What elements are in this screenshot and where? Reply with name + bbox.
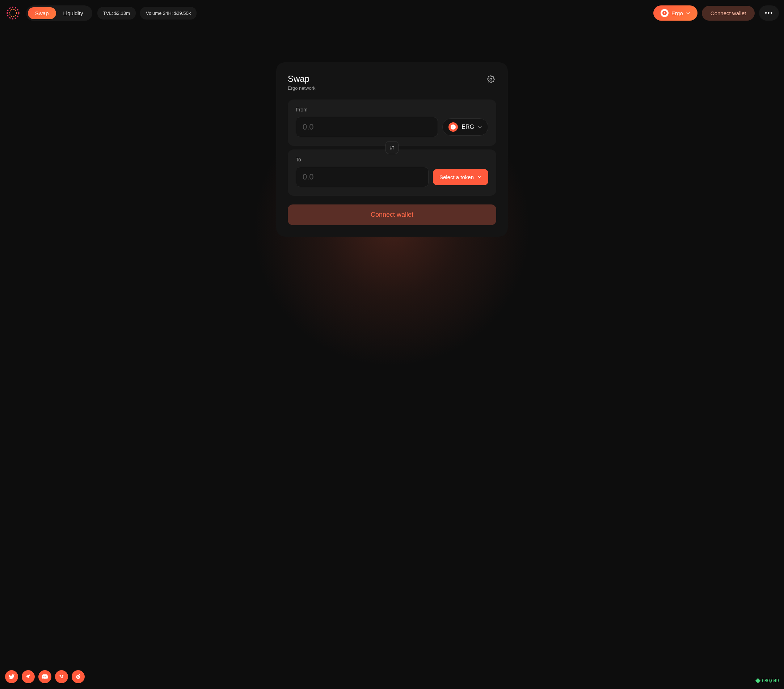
tvl-stat: TVL: $2.13m <box>97 7 136 20</box>
discord-link[interactable] <box>38 670 51 683</box>
twitter-icon <box>8 673 15 680</box>
svg-point-1 <box>10 10 16 16</box>
volume-stat: Volume 24H: $29.50k <box>140 7 196 20</box>
swap-card: Swap Ergo network From Σ ERG <box>276 62 508 237</box>
social-footer: M <box>5 670 85 683</box>
svg-point-9 <box>76 676 77 676</box>
svg-point-8 <box>80 676 80 676</box>
ergo-icon: Σ <box>660 9 669 17</box>
reddit-link[interactable] <box>72 670 85 683</box>
twitter-link[interactable] <box>5 670 18 683</box>
connect-wallet-header-button[interactable]: Connect wallet <box>702 6 755 21</box>
telegram-icon <box>25 673 31 680</box>
nav-tabs: Swap Liquidity <box>26 5 92 21</box>
svg-point-5 <box>76 675 80 679</box>
settings-button[interactable] <box>485 74 496 86</box>
from-amount-input[interactable] <box>296 117 438 137</box>
tab-swap[interactable]: Swap <box>28 7 56 19</box>
swap-direction-button[interactable] <box>385 141 399 154</box>
from-box: From Σ ERG <box>288 100 496 146</box>
svg-point-6 <box>77 676 78 677</box>
chevron-down-icon <box>686 11 690 15</box>
svg-text:M: M <box>59 674 63 679</box>
reddit-icon <box>75 673 81 680</box>
from-token-symbol: ERG <box>461 124 474 130</box>
from-token-selector[interactable]: Σ ERG <box>442 118 488 136</box>
discord-icon <box>42 673 48 680</box>
header: Swap Liquidity TVL: $2.13m Volume 24H: $… <box>0 0 784 26</box>
from-label: From <box>296 107 488 113</box>
block-number: 680,649 <box>762 678 779 683</box>
tab-liquidity[interactable]: Liquidity <box>56 7 91 19</box>
svg-point-7 <box>79 676 79 677</box>
dots-icon: ••• <box>765 10 773 16</box>
gear-icon <box>487 75 495 83</box>
stats-group: TVL: $2.13m Volume 24H: $29.50k <box>97 7 197 20</box>
chevron-down-icon <box>478 125 482 129</box>
block-status-icon <box>755 678 761 683</box>
svg-text:Σ: Σ <box>664 12 665 15</box>
to-amount-input[interactable] <box>296 167 428 187</box>
telegram-link[interactable] <box>22 670 35 683</box>
block-status[interactable]: 680,649 <box>756 678 779 683</box>
erg-token-icon: Σ <box>448 122 458 132</box>
swap-arrows-icon <box>389 145 395 151</box>
select-token-button[interactable]: Select a token <box>433 169 488 185</box>
swap-title: Swap <box>288 74 316 84</box>
connect-wallet-main-button[interactable]: Connect wallet <box>288 204 496 225</box>
logo-icon <box>6 6 20 20</box>
network-label: Ergo <box>672 10 683 16</box>
network-selector[interactable]: Σ Ergo <box>653 5 697 21</box>
medium-icon: M <box>58 673 65 680</box>
app-logo[interactable] <box>5 5 21 21</box>
swap-subtitle: Ergo network <box>288 86 316 91</box>
select-token-label: Select a token <box>440 174 474 180</box>
more-menu-button[interactable]: ••• <box>759 5 779 21</box>
medium-link[interactable]: M <box>55 670 68 683</box>
to-box: To Select a token <box>288 150 496 196</box>
chevron-down-icon <box>478 175 482 179</box>
to-label: To <box>296 157 488 163</box>
